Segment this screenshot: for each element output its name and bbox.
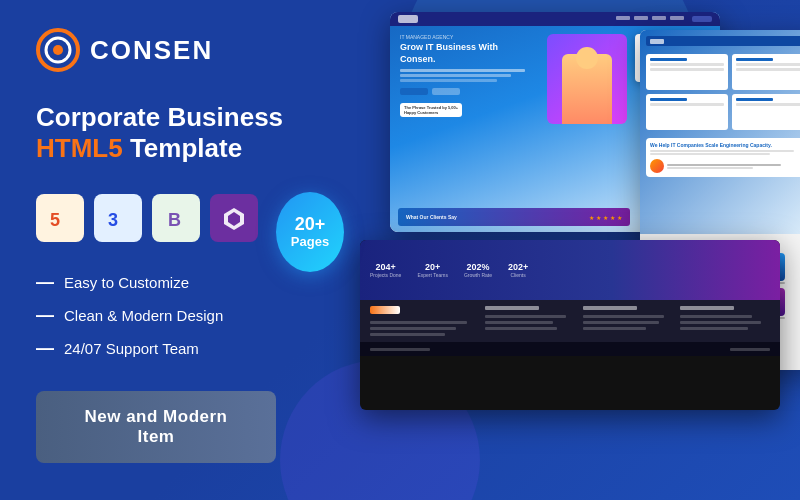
ss-dark-col4: [680, 306, 770, 336]
svg-text:5: 5: [50, 210, 60, 230]
ss-dark-col2: [485, 306, 575, 336]
ss-bottom-dark: [360, 300, 780, 342]
star-4: ★: [610, 214, 615, 221]
star-3: ★: [603, 214, 608, 221]
ss-card4-line1: [736, 98, 773, 101]
ss-hero-btn2: [432, 88, 460, 95]
ss-side-nav: [646, 36, 800, 46]
ss-it-line2: [650, 153, 770, 155]
ss-dark-col4-l2: [680, 321, 761, 324]
feature-item-3: — 24/07 Support Team: [36, 338, 344, 359]
brand-name: CONSEN: [90, 35, 213, 66]
screenshot-bottom: 204+ Projects Done 20+ Expert Teams 202%…: [360, 240, 780, 410]
tech-icons-row: 5 3 B: [36, 192, 344, 272]
bootstrap-icon-box: B: [152, 194, 200, 242]
ss-card1-line3: [650, 68, 724, 71]
feature-text-1: Easy to Customize: [64, 274, 189, 291]
ss-dark-col3-l2: [583, 321, 659, 324]
star-1: ★: [589, 214, 594, 221]
pages-label: Pages: [291, 235, 329, 249]
html5-icon: 5: [46, 204, 74, 232]
ss-side-card-4: [732, 94, 800, 130]
ss-dark-line1: [370, 321, 467, 324]
ss-stat-label-3: Growth Rate: [464, 272, 492, 278]
html5-icon-box: 5: [36, 194, 84, 242]
ss-dark-col3-l1: [583, 315, 664, 318]
ss-card1-line2: [650, 63, 724, 66]
ss-dark-col2-title: [485, 306, 539, 310]
pages-badge: 20+ Pages: [276, 192, 344, 272]
feature-dash-3: —: [36, 338, 54, 359]
ss-side-top: We Help IT Companies Scale Engineering C…: [640, 30, 800, 234]
ss-nav-link-2: [634, 16, 648, 20]
feature-dash-1: —: [36, 272, 54, 293]
ss-nav-link-1: [616, 16, 630, 20]
ss-nav-btn: [692, 16, 712, 22]
ss-dark-col2-l3: [485, 327, 557, 330]
ss-it-company-title: We Help IT Companies Scale Engineering C…: [650, 142, 800, 148]
title-line1: Corporate Business: [36, 102, 344, 133]
ss-dark-col3-title: [583, 306, 637, 310]
ss-footer-right: [730, 348, 770, 351]
ss-clients-say-banner: What Our Clients Say ★ ★ ★ ★ ★: [398, 208, 630, 226]
ss-hero-line3: [400, 79, 497, 82]
ss-card2-line1: [736, 58, 773, 61]
ss-stat-4: 202+ Clients: [508, 262, 528, 278]
left-panel: CONSEN Corporate Business HTML5 Template…: [0, 0, 380, 500]
ss-card4-line2: [736, 103, 800, 106]
ss-hero-text: IT MANAGED AGENCY Grow IT Business WithC…: [400, 34, 539, 118]
ss-dark-col2-l1: [485, 315, 566, 318]
svg-text:3: 3: [108, 210, 118, 230]
star-5: ★: [617, 214, 622, 221]
bootstrap-icon: B: [162, 204, 190, 232]
svg-text:B: B: [168, 210, 181, 230]
ss-main-nav: [390, 12, 720, 26]
ss-it-person-text: [667, 164, 800, 169]
ss-side-card-2: [732, 54, 800, 90]
ss-nav-link-3: [652, 16, 666, 20]
ss-it-person: [650, 159, 800, 173]
ss-hero-img: [547, 34, 627, 124]
ss-hero-title: Grow IT Business WithConsen.: [400, 42, 539, 65]
ss-hero-line1: [400, 69, 525, 72]
css3-icon-box: 3: [94, 194, 142, 242]
feature-dash-2: —: [36, 305, 54, 326]
ss-hero-tag: IT MANAGED AGENCY: [400, 34, 539, 40]
ss-dark-line2: [370, 327, 456, 330]
tech-icons-group: 5 3 B: [36, 194, 258, 242]
ss-stars: ★ ★ ★ ★ ★: [589, 214, 622, 221]
ss-dark-col1: [370, 306, 477, 336]
ss-person-head: [576, 47, 598, 69]
features-list: — Easy to Customize — Clean & Modern Des…: [36, 272, 344, 359]
ss-card2-line2: [736, 63, 800, 66]
ss-footer-bar: [360, 342, 780, 356]
ss-clients-say-text: What Our Clients Say: [406, 214, 457, 220]
ss-dark-col3-l3: [583, 327, 646, 330]
ss-side-grid: [646, 54, 800, 130]
ss-it-line1: [650, 150, 794, 152]
ss-card2-line3: [736, 68, 800, 71]
ss-it-company-box: We Help IT Companies Scale Engineering C…: [646, 138, 800, 177]
feature-item-2: — Clean & Modern Design: [36, 305, 344, 326]
ss-side-logo: [650, 39, 664, 44]
ss-dark-line3: [370, 333, 445, 336]
cta-button[interactable]: New and Modern Item: [36, 391, 276, 463]
ss-stat-num-3: 202%: [464, 262, 492, 272]
title-html5: HTML5: [36, 133, 123, 163]
feature-text-2: Clean & Modern Design: [64, 307, 223, 324]
ss-card3-line1: [650, 98, 687, 101]
ss-it-pline1: [667, 164, 781, 166]
ss-it-avatar: [650, 159, 664, 173]
feature-text-3: 24/07 Support Team: [64, 340, 199, 357]
css3-icon: 3: [104, 204, 132, 232]
ss-nav-link-4: [670, 16, 684, 20]
ss-card3-line2: [650, 103, 724, 106]
ss-stat-label-4: Clients: [508, 272, 528, 278]
ss-dark-col4-l3: [680, 327, 747, 330]
ss-nav-links: [616, 16, 712, 22]
ss-hero-btn1: [400, 88, 428, 95]
ss-stats-strip: 204+ Projects Done 20+ Expert Teams 202%…: [360, 240, 780, 300]
ss-side-card-3: [646, 94, 728, 130]
svg-point-2: [53, 45, 63, 55]
stack-icon-box: [210, 194, 258, 242]
